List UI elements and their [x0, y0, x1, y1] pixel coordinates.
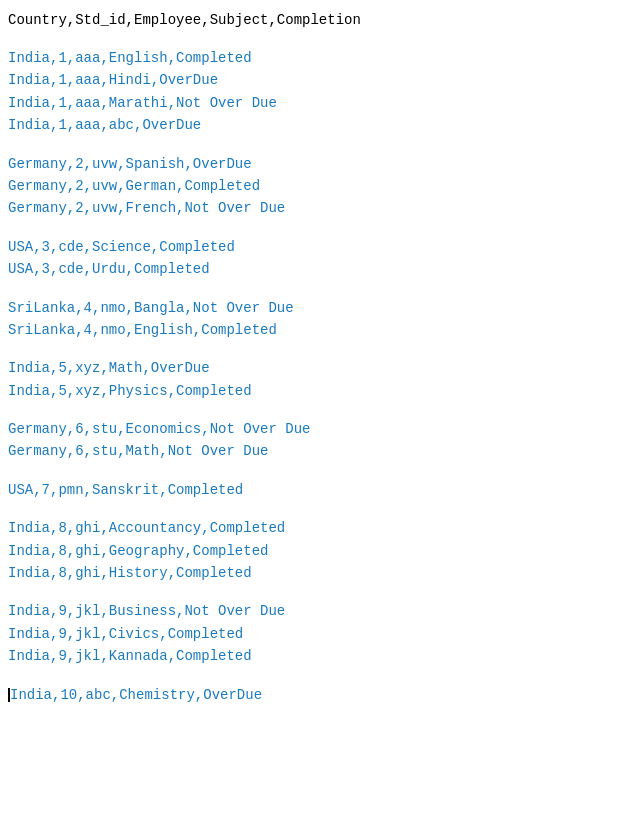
row-text: Germany,6,stu,Math,Not Over Due — [8, 443, 268, 459]
data-row: Germany,2,uvw,German,Completed — [8, 175, 626, 197]
row-text: Germany,2,uvw,Spanish,OverDue — [8, 156, 252, 172]
data-row: India,8,ghi,Geography,Completed — [8, 540, 626, 562]
row-text: India,1,aaa,English,Completed — [8, 50, 252, 66]
data-row: India,9,jkl,Business,Not Over Due — [8, 600, 626, 622]
row-text: India,5,xyz,Physics,Completed — [8, 383, 252, 399]
row-text: India,10,abc,Chemistry,OverDue — [10, 687, 262, 703]
data-row: India,5,xyz,Math,OverDue — [8, 357, 626, 379]
data-group: India,9,jkl,Business,Not Over DueIndia,9… — [8, 600, 626, 667]
row-text: SriLanka,4,nmo,Bangla,Not Over Due — [8, 300, 294, 316]
row-text: SriLanka,4,nmo,English,Completed — [8, 322, 277, 338]
data-group: India,1,aaa,English,CompletedIndia,1,aaa… — [8, 47, 626, 137]
column-headers: Country,Std_id,Employee,Subject,Completi… — [8, 12, 361, 28]
data-row: SriLanka,4,nmo,English,Completed — [8, 319, 626, 341]
row-text: Germany,6,stu,Economics,Not Over Due — [8, 421, 310, 437]
data-group: SriLanka,4,nmo,Bangla,Not Over DueSriLan… — [8, 297, 626, 342]
data-row: USA,3,cde,Science,Completed — [8, 236, 626, 258]
data-row: India,9,jkl,Civics,Completed — [8, 623, 626, 645]
data-row: India,1,aaa,abc,OverDue — [8, 114, 626, 136]
row-text: India,1,aaa,Marathi,Not Over Due — [8, 95, 277, 111]
row-text: India,9,jkl,Business,Not Over Due — [8, 603, 285, 619]
data-row: Germany,6,stu,Economics,Not Over Due — [8, 418, 626, 440]
data-group: USA,3,cde,Science,CompletedUSA,3,cde,Urd… — [8, 236, 626, 281]
data-group: India,8,ghi,Accountancy,CompletedIndia,8… — [8, 517, 626, 584]
row-text: USA,3,cde,Urdu,Completed — [8, 261, 210, 277]
data-row: India,1,aaa,English,Completed — [8, 47, 626, 69]
data-group: Germany,6,stu,Economics,Not Over DueGerm… — [8, 418, 626, 463]
row-text: USA,7,pmn,Sanskrit,Completed — [8, 482, 243, 498]
data-group: USA,7,pmn,Sanskrit,Completed — [8, 479, 626, 501]
data-row: India,10,abc,Chemistry,OverDue — [8, 684, 626, 706]
data-row: India,1,aaa,Marathi,Not Over Due — [8, 92, 626, 114]
data-row: USA,3,cde,Urdu,Completed — [8, 258, 626, 280]
row-text: Germany,2,uvw,French,Not Over Due — [8, 200, 285, 216]
data-row: Germany,2,uvw,French,Not Over Due — [8, 197, 626, 219]
row-text: India,8,ghi,History,Completed — [8, 565, 252, 581]
row-text: Germany,2,uvw,German,Completed — [8, 178, 260, 194]
row-text: India,5,xyz,Math,OverDue — [8, 360, 210, 376]
data-row: SriLanka,4,nmo,Bangla,Not Over Due — [8, 297, 626, 319]
data-row: India,5,xyz,Physics,Completed — [8, 380, 626, 402]
row-text: USA,3,cde,Science,Completed — [8, 239, 235, 255]
row-text: India,9,jkl,Kannada,Completed — [8, 648, 252, 664]
data-group: Germany,2,uvw,Spanish,OverDueGermany,2,u… — [8, 153, 626, 220]
data-row: India,1,aaa,Hindi,OverDue — [8, 69, 626, 91]
data-row: Germany,6,stu,Math,Not Over Due — [8, 440, 626, 462]
header-row: Country,Std_id,Employee,Subject,Completi… — [8, 10, 626, 31]
row-text: India,1,aaa,Hindi,OverDue — [8, 72, 218, 88]
data-row: India,8,ghi,Accountancy,Completed — [8, 517, 626, 539]
data-row: India,8,ghi,History,Completed — [8, 562, 626, 584]
row-text: India,1,aaa,abc,OverDue — [8, 117, 201, 133]
data-row: USA,7,pmn,Sanskrit,Completed — [8, 479, 626, 501]
data-row: Germany,2,uvw,Spanish,OverDue — [8, 153, 626, 175]
data-group: India,5,xyz,Math,OverDueIndia,5,xyz,Phys… — [8, 357, 626, 402]
row-text: India,8,ghi,Accountancy,Completed — [8, 520, 285, 536]
data-content: India,1,aaa,English,CompletedIndia,1,aaa… — [8, 47, 626, 706]
row-text: India,8,ghi,Geography,Completed — [8, 543, 268, 559]
row-text: India,9,jkl,Civics,Completed — [8, 626, 243, 642]
data-row: India,9,jkl,Kannada,Completed — [8, 645, 626, 667]
data-group: India,10,abc,Chemistry,OverDue — [8, 684, 626, 706]
